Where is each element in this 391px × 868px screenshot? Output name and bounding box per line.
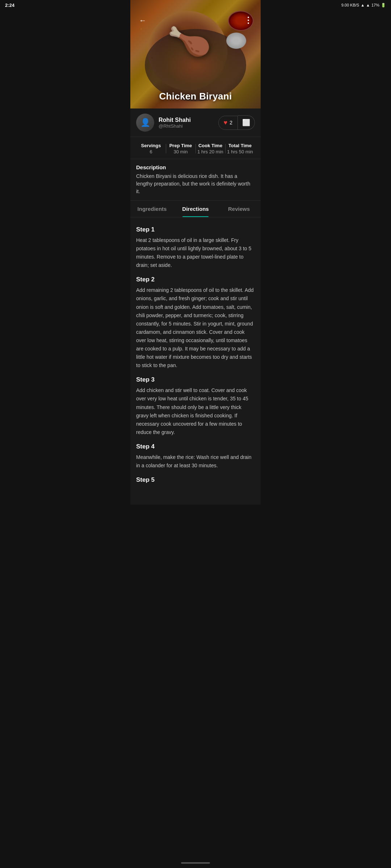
back-button[interactable]: ←	[136, 14, 149, 27]
step-5-title: Step 5	[136, 476, 255, 484]
stat-cook-time: Cook Time 1 hrs 20 min	[196, 143, 225, 154]
tab-directions-label: Directions	[182, 206, 209, 212]
step-2-text: Add remaining 2 tablespoons of oil to th…	[136, 286, 255, 370]
tabs-row: Ingredients Directions Reviews	[130, 201, 261, 217]
tab-reviews-label: Reviews	[228, 206, 250, 212]
avatar-icon: 👤	[140, 118, 150, 127]
avatar: 👤	[136, 114, 154, 132]
step-2-title: Step 2	[136, 276, 255, 283]
stat-total-label: Total Time	[225, 143, 255, 148]
tab-ingredients[interactable]: Ingredients	[130, 201, 174, 217]
tab-reviews[interactable]: Reviews	[217, 201, 261, 217]
tab-directions[interactable]: Directions	[174, 201, 217, 217]
stat-prep-time: Prep Time 30 min	[166, 143, 196, 154]
step-4-text: Meanwhile, make the rice: Wash rice well…	[136, 453, 255, 470]
stat-cook-value: 1 hrs 20 min	[196, 149, 225, 154]
stat-servings: Servings 6	[136, 143, 166, 154]
author-row: 👤 Rohit Shahi @RhtShahi ♥ 2 ⬜	[130, 109, 261, 137]
stat-total-time: Total Time 1 hrs 50 min	[225, 143, 255, 154]
description-text: Chicken Biryani is delicious rice dish. …	[136, 173, 255, 195]
author-info: 👤 Rohit Shahi @RhtShahi	[136, 114, 191, 132]
step-3-title: Step 3	[136, 376, 255, 383]
step-2: Step 2 Add remaining 2 tablespoons of oi…	[136, 276, 255, 370]
step-1-title: Step 1	[136, 226, 255, 233]
hero-nav: ←	[130, 10, 261, 30]
like-count: 2	[230, 120, 232, 125]
like-button[interactable]: ♥ 2	[218, 116, 238, 130]
tab-ingredients-label: Ingredients	[138, 206, 167, 212]
step-1-text: Heat 2 tablespoons of oil in a large ski…	[136, 236, 255, 269]
step-3-text: Add chicken and stir well to coat. Cover…	[136, 386, 255, 437]
author-name: Rohit Shahi	[159, 117, 191, 123]
stats-row: Servings 6 Prep Time 30 min Cook Time 1 …	[130, 137, 261, 159]
step-5: Step 5	[136, 476, 255, 484]
dot2	[248, 20, 249, 21]
step-4-title: Step 4	[136, 443, 255, 450]
dot1	[248, 17, 249, 18]
author-details: Rohit Shahi @RhtShahi	[159, 117, 191, 129]
stat-cook-label: Cook Time	[196, 143, 225, 148]
description-title: Description	[136, 164, 255, 170]
bookmark-icon: ⬜	[242, 119, 250, 126]
bookmark-button[interactable]: ⬜	[238, 115, 255, 130]
stat-prep-value: 30 min	[166, 149, 196, 154]
recipe-title: Chicken Biryani	[130, 91, 261, 102]
status-bar: 2:24 9.00 KB/S ▲ ▲ 17% 🔋	[130, 0, 261, 10]
stat-servings-label: Servings	[136, 143, 166, 148]
step-3: Step 3 Add chicken and stir well to coat…	[136, 376, 255, 437]
step-1: Step 1 Heat 2 tablespoons of oil in a la…	[136, 226, 255, 269]
stat-prep-label: Prep Time	[166, 143, 196, 148]
more-options-button[interactable]	[242, 14, 255, 27]
hero-image: ← Chicken Biryani	[130, 0, 261, 109]
step-4: Step 4 Meanwhile, make the rice: Wash ri…	[136, 443, 255, 470]
steps-content: Step 1 Heat 2 tablespoons of oil in a la…	[130, 217, 261, 505]
heart-icon: ♥	[224, 119, 228, 127]
back-icon: ←	[139, 16, 146, 25]
stat-total-value: 1 hrs 50 min	[225, 149, 255, 154]
stat-servings-value: 6	[136, 149, 166, 154]
description-section: Description Chicken Biryani is delicious…	[130, 159, 261, 201]
author-handle: @RhtShahi	[159, 123, 191, 129]
action-buttons: ♥ 2 ⬜	[218, 115, 255, 130]
dot3	[248, 22, 249, 24]
content-area: 👤 Rohit Shahi @RhtShahi ♥ 2 ⬜ Servings 6…	[130, 109, 261, 505]
